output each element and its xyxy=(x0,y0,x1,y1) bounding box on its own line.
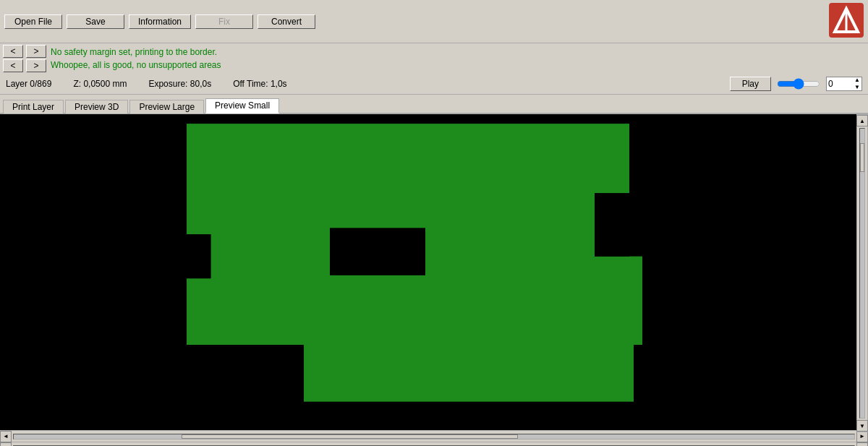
bottom-scrollbar: ◄ ► xyxy=(0,442,868,446)
fix-button[interactable]: Fix xyxy=(195,14,253,29)
information-button[interactable]: Information xyxy=(129,14,191,29)
bottom-scroll-left[interactable]: ◄ xyxy=(0,442,12,447)
tab-preview-small[interactable]: Preview Small xyxy=(205,98,279,113)
play-area: Play ▲ ▼ xyxy=(730,77,862,91)
horizontal-scrollbar: ◄ ► xyxy=(0,430,868,442)
vertical-scrollbar: ▲ ▼ xyxy=(856,114,868,430)
play-button[interactable]: Play xyxy=(730,77,771,91)
slider-container xyxy=(777,78,820,90)
spin-input[interactable] xyxy=(828,79,850,89)
info-bar: Layer 0/869 Z: 0,0500 mm Exposure: 80,0s… xyxy=(0,74,868,95)
toolbar: Open File Save Information Fix Convert xyxy=(0,0,868,43)
next-layer-button[interactable]: > xyxy=(26,45,46,58)
prev-nav-button[interactable]: < xyxy=(3,59,23,72)
spin-arrows: ▲ ▼ xyxy=(854,77,860,91)
logo-area xyxy=(829,3,864,40)
v-scroll-thumb[interactable] xyxy=(860,143,864,172)
scroll-left-button[interactable]: ◄ xyxy=(0,431,12,442)
save-button[interactable]: Save xyxy=(67,14,124,29)
exposure-info: Exposure: 80,0s xyxy=(148,79,211,89)
bottom-scroll-right[interactable]: ► xyxy=(856,442,868,447)
h-scroll-thumb[interactable] xyxy=(182,434,518,439)
app-logo xyxy=(829,3,864,38)
convert-button[interactable]: Convert xyxy=(258,14,315,29)
prev-layer-button[interactable]: < xyxy=(3,45,23,58)
status-line-1: No safety margin set, printing to the bo… xyxy=(51,46,221,58)
open-file-button[interactable]: Open File xyxy=(4,14,62,29)
tabs: Print Layer Preview 3D Preview Large Pre… xyxy=(0,95,868,114)
status-line-2: Whoopee, all is good, no unsupported are… xyxy=(51,59,221,71)
spin-down-arrow[interactable]: ▼ xyxy=(854,84,860,91)
scroll-down-button[interactable]: ▼ xyxy=(856,420,868,430)
next-nav-button[interactable]: > xyxy=(26,59,46,72)
layer-info: Layer 0/869 xyxy=(6,79,51,89)
tab-preview-3d[interactable]: Preview 3D xyxy=(65,100,128,113)
tab-print-layer[interactable]: Print Layer xyxy=(3,100,64,113)
tab-preview-large[interactable]: Preview Large xyxy=(129,100,204,113)
z-info: Z: 0,0500 mm xyxy=(73,79,127,89)
h-scroll-track xyxy=(13,434,855,439)
layer-canvas xyxy=(0,114,868,430)
speed-slider[interactable] xyxy=(777,78,820,90)
spin-up-arrow[interactable]: ▲ xyxy=(854,77,860,84)
spin-box: ▲ ▼ xyxy=(826,77,862,91)
scroll-up-button[interactable]: ▲ xyxy=(856,115,868,126)
main-area: ▲ ▼ ◄ ► xyxy=(0,114,868,442)
v-scroll-track xyxy=(859,128,865,419)
off-time-info: Off Time: 1,0s xyxy=(233,79,286,89)
